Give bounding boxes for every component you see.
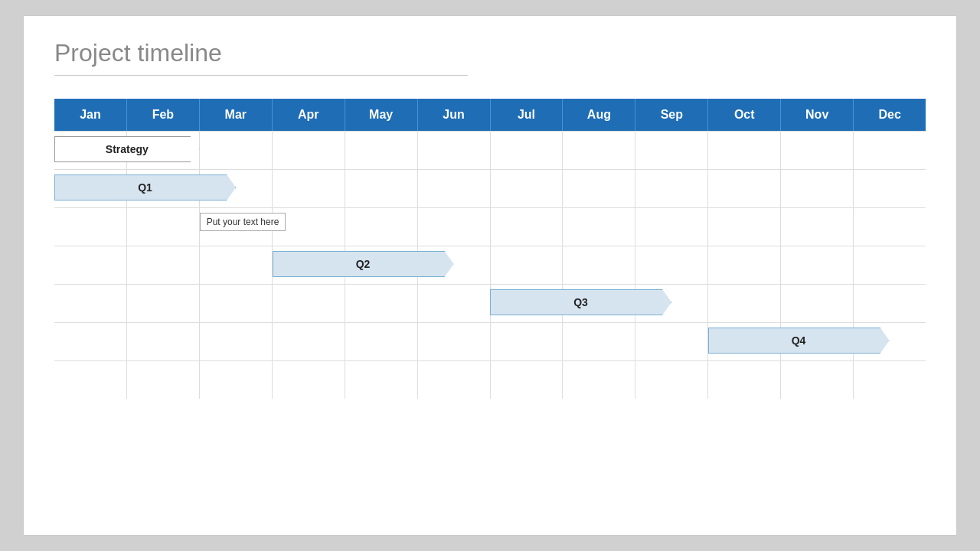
month-feb: Feb [127, 99, 200, 131]
month-jun: Jun [418, 99, 491, 131]
grid-cell [200, 132, 273, 169]
grid-row-1 [54, 131, 926, 169]
month-jan: Jan [54, 99, 127, 131]
timeline-body: Strategy Q1 Put your text here Q2 Q3 [54, 131, 926, 399]
timeline-container: Jan Feb Mar Apr May Jun Jul Aug Sep Oct … [54, 99, 926, 399]
month-dec: Dec [854, 99, 926, 131]
grid-cell [854, 132, 926, 169]
month-mar: Mar [200, 99, 273, 131]
grid-cell [781, 132, 854, 169]
grid-row-7 [54, 360, 926, 399]
month-nov: Nov [781, 99, 854, 131]
month-oct: Oct [708, 99, 781, 131]
month-jul: Jul [491, 99, 564, 131]
month-aug: Aug [563, 99, 635, 131]
grid-row-2 [54, 169, 926, 207]
grid-cell [127, 132, 200, 169]
title-divider [54, 75, 468, 76]
grid-row-4 [54, 246, 926, 284]
grid-cell [563, 132, 635, 169]
grid-cell [273, 132, 345, 169]
grid-row-5 [54, 284, 926, 322]
grid-cell [635, 132, 708, 169]
grid-cell [345, 132, 418, 169]
month-sep: Sep [635, 99, 708, 131]
grid-row-3 [54, 207, 926, 246]
grid-cell [418, 132, 491, 169]
month-apr: Apr [273, 99, 345, 131]
timeline-header: Jan Feb Mar Apr May Jun Jul Aug Sep Oct … [54, 99, 926, 131]
slide: Project timeline Jan Feb Mar Apr May Jun… [23, 15, 957, 536]
grid-row-6 [54, 322, 926, 360]
grid-cell [491, 132, 564, 169]
grid-cell [54, 132, 127, 169]
month-may: May [345, 99, 418, 131]
grid-cell [708, 132, 781, 169]
page-title: Project timeline [54, 39, 926, 67]
